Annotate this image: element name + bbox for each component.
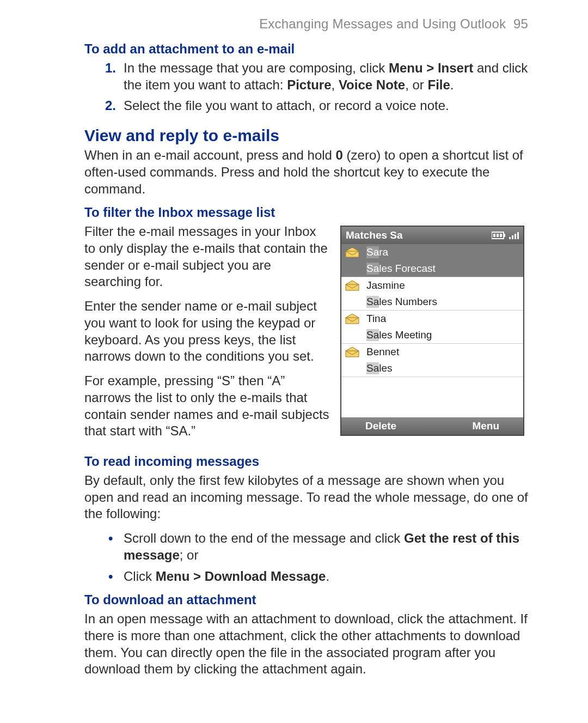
step-1: In the message that you are composing, c…: [124, 60, 528, 93]
svg-rect-8: [517, 232, 519, 239]
sender-highlight: Sa: [366, 246, 379, 258]
svg-rect-7: [514, 234, 516, 239]
heading-view-reply: View and reply to e-mails: [84, 126, 528, 145]
softkey-left[interactable]: Delete: [365, 420, 396, 432]
subject-highlight: Sa: [366, 296, 379, 308]
mail-open-icon: [345, 280, 360, 291]
svg-rect-1: [504, 234, 505, 237]
phone-message-list: Sara Sales Forecast Jasmine Sale: [341, 244, 523, 417]
para-filter-3: For example, pressing “S” then “A” narro…: [84, 373, 329, 440]
phone-softkeys: Delete Menu: [341, 417, 523, 435]
svg-rect-6: [512, 235, 513, 239]
svg-rect-4: [500, 234, 502, 237]
signal-icon: [509, 232, 519, 239]
mail-open-icon: [345, 313, 360, 324]
svg-rect-3: [497, 234, 499, 237]
heading-filter-inbox: To filter the Inbox message list: [84, 205, 528, 220]
heading-add-attachment: To add an attachment to an e-mail: [84, 41, 528, 57]
softkey-right[interactable]: Menu: [472, 420, 499, 432]
page-header: Exchanging Messages and Using Outlook 95: [84, 16, 528, 32]
bullet-2: Click Menu > Download Message.: [124, 568, 528, 585]
para-filter-2: Enter the sender name or e-mail subject …: [84, 298, 329, 365]
list-empty-area: [341, 377, 523, 417]
phone-titlebar: Matches Sa: [341, 227, 523, 244]
subject-rest: les Meeting: [379, 329, 432, 341]
subject-rest: les Numbers: [379, 296, 437, 307]
heading-download-attachment: To download an attachment: [84, 592, 528, 607]
steps-add-attachment: In the message that you are composing, c…: [84, 60, 528, 114]
para-read-1: By default, only the first few kilobytes…: [84, 472, 528, 522]
battery-icon: [492, 232, 506, 239]
phone-screenshot: Matches Sa Sara: [340, 226, 524, 436]
list-item[interactable]: Jasmine Sales Numbers: [341, 277, 523, 311]
para-download-1: In an open message with an attachment to…: [84, 611, 528, 678]
section-title: Exchanging Messages and Using Outlook: [259, 16, 506, 31]
phone-title-query: Sa: [390, 229, 402, 241]
subject-highlight: Sa: [366, 362, 379, 374]
sender-rest: Bennet: [366, 346, 399, 357]
phone-title-prefix: Matches: [346, 229, 387, 241]
subject-rest: les: [379, 362, 392, 374]
subject-rest: les Forecast: [379, 263, 435, 274]
list-item[interactable]: Bennet Sales: [341, 344, 523, 377]
mail-open-icon: [345, 247, 360, 258]
sender-rest: Tina: [366, 313, 386, 324]
svg-rect-2: [493, 234, 495, 237]
heading-read-incoming: To read incoming messages: [84, 454, 528, 469]
svg-rect-5: [509, 237, 511, 239]
sender-rest: Jasmine: [366, 280, 405, 291]
list-item[interactable]: Sara Sales Forecast: [341, 244, 523, 277]
bullet-1: Scroll down to the end of the message an…: [124, 530, 528, 563]
para-filter-1: Filter the e-mail messages in your Inbox…: [84, 223, 329, 290]
bullets-read: Scroll down to the end of the message an…: [84, 530, 528, 585]
para-view-reply: When in an e-mail account, press and hol…: [84, 147, 528, 197]
list-item[interactable]: Tina Sales Meeting: [341, 311, 523, 344]
mail-open-icon: [345, 347, 360, 357]
subject-highlight: Sa: [366, 263, 379, 275]
sender-rest: ra: [379, 246, 388, 258]
step-2: Select the file you want to attach, or r…: [124, 98, 528, 114]
page-number: 95: [513, 16, 528, 31]
subject-highlight: Sa: [366, 329, 379, 341]
